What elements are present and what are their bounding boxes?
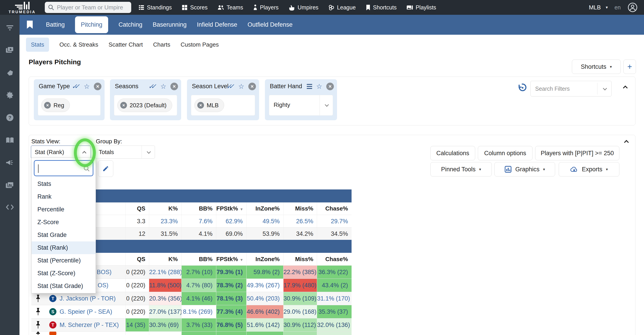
topbar-nav-players[interactable]: Players [253, 4, 278, 11]
stat-cell[interactable]: 14 (35) [126, 318, 149, 332]
filter-value-box[interactable]: × MLB [191, 95, 255, 116]
col-header-inzone[interactable]: InZone% [246, 253, 283, 265]
tab-outfield-defense[interactable]: Outfield Defense [248, 21, 292, 28]
qualifier-button[interactable]: Players with [P|PIT] >= 250 [535, 146, 619, 160]
star-icon[interactable]: ☆ [160, 82, 166, 90]
avg-cell[interactable]: 49.5% [246, 215, 283, 227]
menu-option-z-score[interactable]: Z-Score [32, 216, 96, 229]
stat-cell[interactable]: 0 (220) [126, 292, 149, 305]
stat-cell[interactable]: 22.2% (385) [283, 266, 317, 278]
stat-cell[interactable]: 22.1% (288) [149, 266, 182, 278]
remove-filter-icon[interactable]: × [326, 83, 334, 90]
tab-baserunning[interactable]: Baserunning [153, 21, 187, 28]
shortcuts-button[interactable]: Shortcuts ▾ [572, 60, 621, 74]
avg-cell[interactable]: 23.3% [149, 215, 182, 227]
stat-cell[interactable]: 36.3% (22) [317, 266, 352, 278]
filter-value-box[interactable]: × Reg [38, 95, 100, 116]
filter-history-icon[interactable] [518, 83, 527, 92]
avg-cell[interactable]: 62.9% [216, 215, 246, 227]
menu-option-stats[interactable]: Stats [32, 178, 96, 190]
stat-cell[interactable] [283, 332, 317, 335]
topbar-nav-league[interactable]: League [328, 4, 356, 11]
stat-cell[interactable]: 50.4% (203) [246, 292, 283, 305]
stat-cell[interactable]: 32.0% (136) [317, 318, 352, 332]
select-all-icon[interactable]: ✓✓ [226, 82, 234, 90]
topbar-nav-shortcuts[interactable]: Shortcuts [366, 4, 397, 11]
filter-chip[interactable]: × Reg [41, 98, 70, 112]
player-name[interactable]: J. Jackson (P - TOR) [60, 292, 116, 305]
player-name[interactable]: M. Scherzer (P - TEX) [60, 318, 119, 332]
stat-cell[interactable]: 76.8% (5) [216, 318, 246, 332]
col-header-bb[interactable]: BB% [182, 202, 216, 215]
stat-cell[interactable]: 4.1% (46) [182, 292, 216, 305]
menu-option-stat-z-score[interactable]: Stat (Z-Score) [32, 267, 96, 280]
stat-cell[interactable]: 35.3% (37) [317, 305, 352, 318]
stat-cell[interactable]: 3.7% (33) [182, 318, 216, 332]
chip-remove-icon[interactable]: × [44, 102, 51, 108]
sidebar-help-icon[interactable]: ? [0, 113, 20, 122]
filter-value-box[interactable]: × 2023 (Default) [114, 95, 177, 116]
col-header-miss[interactable]: Miss% [283, 253, 317, 265]
column-options-button[interactable]: Column options [478, 146, 532, 160]
tab-scatter-chart[interactable]: Scatter Chart [108, 41, 143, 48]
language-toggle[interactable]: en [614, 4, 621, 11]
col-header-fpstk[interactable]: FPStk%▼ [216, 202, 246, 215]
stat-cell[interactable] [149, 332, 182, 335]
select-all-icon[interactable]: ✓✓ [72, 82, 80, 90]
col-header-k[interactable]: K% [149, 253, 182, 265]
col-header-qs[interactable]: QS [126, 202, 149, 215]
stat-cell[interactable]: 0 (220) [126, 279, 149, 292]
avg-cell[interactable]: 26.5% [283, 215, 317, 227]
stat-cell[interactable]: 0 (220) [126, 266, 149, 278]
stat-cell[interactable]: 2.7% (10) [182, 266, 216, 278]
stat-cell[interactable]: 51.6% (142) [246, 318, 283, 332]
topbar-nav-umpires[interactable]: Umpires [288, 4, 318, 11]
stat-cell[interactable] [126, 332, 149, 335]
stat-cell[interactable]: 30.3% (69) [149, 318, 182, 332]
exports-button[interactable]: Exports ▾ [559, 162, 619, 176]
search-filters-dropdown[interactable]: Search Filters [530, 81, 612, 96]
global-search-input[interactable]: Player or Team or Umpire [45, 2, 131, 13]
menu-option-stat-grade[interactable]: Stat Grade [32, 229, 96, 242]
stats-view-select[interactable]: Stat (Rank) [31, 146, 91, 158]
topbar-nav-scores[interactable]: Scores [182, 4, 208, 11]
stat-cell[interactable]: 59.8% (2) [246, 266, 283, 278]
league-selector[interactable]: MLB ▾ [589, 4, 608, 11]
edit-stats-view-button[interactable] [98, 160, 113, 177]
account-avatar-icon[interactable] [628, 2, 638, 12]
pin-icon[interactable] [36, 295, 41, 302]
tab-catching[interactable]: Catching [118, 21, 142, 28]
col-header-k[interactable]: K% [149, 202, 182, 215]
menu-option-rank[interactable]: Rank [32, 190, 96, 203]
menu-search-input[interactable] [34, 160, 94, 176]
remove-filter-icon[interactable]: × [170, 83, 178, 90]
tab-occ-streaks[interactable]: Occ. & Streaks [59, 41, 98, 48]
chip-remove-icon[interactable]: × [120, 102, 127, 108]
player-name[interactable]: OS) [98, 279, 108, 292]
stat-cell[interactable]: 17.9% (480) [283, 279, 317, 292]
remove-filter-icon[interactable]: × [248, 83, 256, 90]
tab-batting[interactable]: Batting [46, 21, 65, 28]
tab-pitching[interactable]: Pitching [75, 16, 108, 33]
col-header-chase[interactable]: Chase% [317, 253, 352, 265]
stat-cell[interactable]: 78.3% (2) [216, 279, 246, 292]
stat-cell[interactable]: 4.7% (80) [182, 279, 216, 292]
tab-charts[interactable]: Charts [153, 41, 170, 48]
bookmark-icon[interactable] [27, 20, 33, 29]
sidebar-settings-gear-icon[interactable] [0, 91, 20, 100]
col-header-bb[interactable]: BB% [182, 253, 216, 265]
col-header-miss[interactable]: Miss% [283, 202, 317, 215]
stat-cell[interactable]: 27.0% (137) [149, 305, 182, 318]
graphics-button[interactable]: Graphics ▾ [494, 162, 555, 176]
stat-cell[interactable] [182, 332, 216, 335]
stat-cell[interactable] [246, 332, 283, 335]
col-header-inzone[interactable]: InZone% [246, 202, 283, 215]
stat-cell[interactable]: 29.0% (168) [283, 305, 317, 318]
star-icon[interactable]: ☆ [316, 82, 322, 90]
batter-hand-select[interactable]: Righty [269, 95, 333, 116]
player-name[interactable]: G. Speier (P - SEA) [60, 305, 112, 318]
topbar-nav-playlists[interactable]: Playlists [406, 4, 436, 11]
trumedia-logo[interactable]: TRUMEDIA [3, 0, 41, 14]
sidebar-glossary-book-icon[interactable] [0, 136, 20, 144]
stat-cell[interactable] [216, 332, 246, 335]
